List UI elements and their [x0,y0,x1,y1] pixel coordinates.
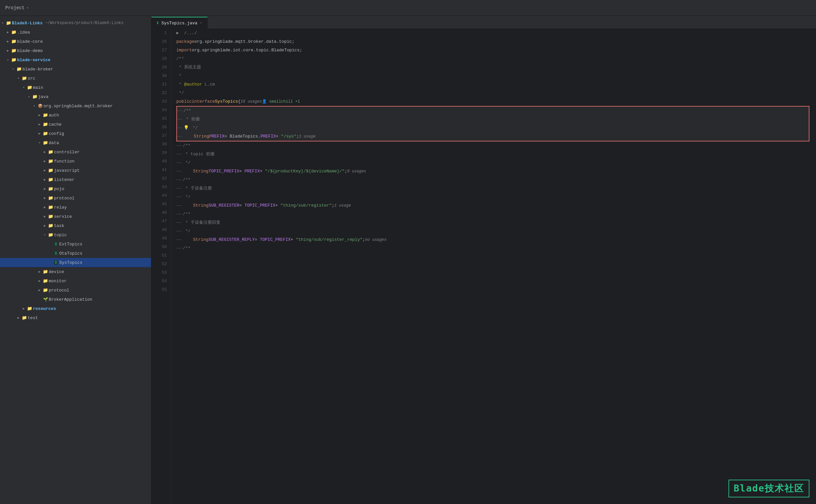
tree-arrow-protocol[interactable]: ▶ [42,196,47,200]
sidebar-item-protocol2[interactable]: ▶📁protocol [0,286,151,295]
tree-arrow-auth[interactable]: ▶ [37,113,42,117]
sidebar-item-function[interactable]: ▶📁function [0,157,151,166]
tree-label-BrokerApplication: BrokerApplication [49,297,92,302]
tree-icon-listener: 📁 [47,177,54,182]
tree-label-function: function [54,159,74,164]
tree-arrow-blade-service[interactable]: ▾ [5,58,11,62]
code-line-53: —— */ [176,227,816,236]
tree-arrow-blade-core[interactable]: ▶ [5,39,11,43]
sidebar-item-blade-broker[interactable]: ▾📁blade-broker [0,64,151,74]
sidebar-item-topic[interactable]: ▾📁topic [0,230,151,239]
tree-label-cache: cache [49,122,62,127]
tree-label-bladex-links: BladeX-Links [12,21,43,26]
tree-arrow-src[interactable]: ▾ [16,76,21,80]
tree-icon-controller: 📁 [47,149,54,155]
tree-arrow-test[interactable]: ▶ [16,316,21,320]
code-line-49: —— */ [176,193,816,201]
sidebar-item-src[interactable]: ▾📁src [0,74,151,83]
tree-arrow-device[interactable]: ▶ [37,270,42,274]
sidebar-item-java[interactable]: ▾📁java [0,92,151,101]
tab-close-button[interactable]: × [200,21,202,25]
tree-label-listener: listener [54,177,74,182]
tree-icon-function: 📁 [47,159,54,164]
tree-arrow-config[interactable]: ▶ [37,132,42,136]
tree-label-service: service [54,214,72,219]
sidebar-item-blade-core[interactable]: ▶📁blade-core [0,37,151,46]
tree-arrow-org-pkg[interactable]: ▾ [32,104,37,108]
code-line-55: ——/** [176,244,816,253]
tree-arrow-data[interactable]: ▾ [37,141,42,145]
tree-arrow-blade-demo[interactable]: ▶ [5,49,11,53]
project-chevron[interactable]: ▾ [27,6,29,10]
tree-label-device: device [49,269,64,274]
tree-arrow-resources[interactable]: ▶ [21,307,26,311]
sidebar-item-controller[interactable]: ▶📁controller [0,147,151,157]
tree-arrow-listener[interactable]: ▶ [42,178,47,182]
sidebar-item-monitor[interactable]: ▶📁monitor [0,276,151,286]
sidebar[interactable]: ▾📁BladeX-Links~/Workspaces/product/Blade… [0,16,151,504]
code-line-44: —— */ [176,159,816,167]
code-line-43: —— * topic 前缀 [176,150,816,159]
sidebar-item-config[interactable]: ▶📁config [0,129,151,138]
sidebar-item-org-pkg[interactable]: ▾📦org.springblade.mqtt.broker [0,101,151,111]
sidebar-item-auth[interactable]: ▶📁auth [0,111,151,120]
tree-arrow-protocol2[interactable]: ▶ [37,288,42,292]
tree-icon-blade-demo: 📁 [11,48,17,53]
sidebar-item-bladex-links[interactable]: ▾📁BladeX-Links~/Workspaces/product/Blade… [0,18,151,28]
sidebar-item-main[interactable]: ▾📁main [0,83,151,92]
tree-arrow-main[interactable]: ▾ [21,86,26,89]
tree-arrow-task[interactable]: ▶ [42,224,47,228]
sidebar-item-service[interactable]: ▶📁service [0,212,151,221]
tree-arrow-cache[interactable]: ▶ [37,122,42,126]
tree-arrow-pojo[interactable]: ▶ [42,187,47,191]
sidebar-item-device[interactable]: ▶📁device [0,267,151,276]
tree-arrow-idea[interactable]: ▶ [5,30,11,34]
tree-label-protocol: protocol [54,196,74,201]
sidebar-item-blade-demo[interactable]: ▶📁blade-demo [0,46,151,55]
sidebar-item-protocol[interactable]: ▶📁protocol [0,193,151,203]
tree-label-src: src [28,76,35,81]
sidebar-item-relay[interactable]: ▶📁relay [0,203,151,212]
code-line-33: * @author L.cm [176,80,816,89]
tree-arrow-controller[interactable]: ▶ [42,150,47,154]
sidebar-item-idea[interactable]: ▶📁.idea [0,28,151,37]
sidebar-item-task[interactable]: ▶📁task [0,221,151,230]
sidebar-item-BrokerApplication[interactable]: 🌱BrokerApplication [0,295,151,304]
tree-arrow-monitor[interactable]: ▶ [37,279,42,283]
sidebar-item-pojo[interactable]: ▶📁pojo [0,184,151,193]
tree-arrow-java[interactable]: ▾ [26,95,32,99]
tree-icon-ExtTopics: I [53,242,59,246]
tree-label-resources: resources [33,306,56,311]
tree-icon-org-pkg: 📦 [37,104,43,109]
tree-label-org-pkg: org.springblade.mqtt.broker [43,104,113,109]
tree-arrow-topic[interactable]: ▾ [42,233,47,237]
tree-arrow-service[interactable]: ▶ [42,214,47,218]
tree-arrow-function[interactable]: ▶ [42,159,47,163]
sidebar-item-SysTopics[interactable]: ISysTopics [0,258,151,267]
sidebar-item-test[interactable]: ▶📁test [0,313,151,322]
sidebar-item-cache[interactable]: ▶📁cache [0,120,151,129]
tree-label-controller: controller [54,150,80,155]
code-content[interactable]: ▶ /.../package org.springblade.mqtt.brok… [171,29,816,504]
tree-icon-src: 📁 [21,76,28,81]
tree-label-protocol2: protocol [49,288,69,293]
tree-icon-cache: 📁 [42,122,49,127]
tab-bar: I SysTopics.java × [151,16,816,29]
sidebar-item-blade-service[interactable]: ▾📁blade-service [0,55,151,64]
sidebar-item-resources[interactable]: ▶📁resources [0,304,151,313]
code-line-51: ——/** [176,210,816,218]
tab-systopics[interactable]: I SysTopics.java × [151,17,208,29]
code-line-30: /** [176,55,816,63]
tree-arrow-javascript[interactable]: ▶ [42,168,47,172]
sidebar-item-javascript[interactable]: ▶📁javascript [0,166,151,175]
sidebar-item-listener[interactable]: ▶📁listener [0,175,151,184]
tree-arrow-blade-broker[interactable]: ▾ [11,67,16,71]
project-title[interactable]: Project ▾ [5,5,29,11]
tree-label-pojo: pojo [54,187,64,191]
sidebar-item-ExtTopics[interactable]: IExtTopics [0,239,151,249]
tree-arrow-relay[interactable]: ▶ [42,205,47,209]
sidebar-item-data[interactable]: ▾📁data [0,138,151,147]
tree-arrow-bladex-links[interactable]: ▾ [0,21,5,25]
tree-icon-OtaTopics: I [53,251,59,256]
sidebar-item-OtaTopics[interactable]: IOtaTopics [0,249,151,258]
